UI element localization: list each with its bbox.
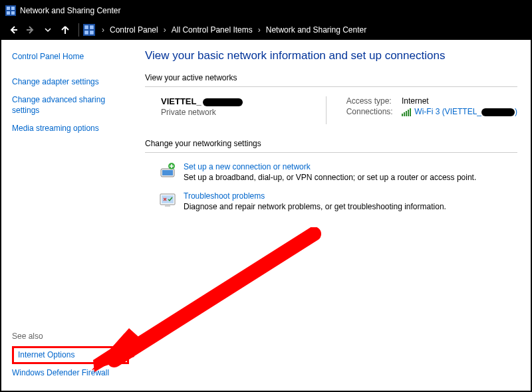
svg-rect-8	[84, 25, 88, 29]
see-also-internet-options[interactable]: Internet Options	[18, 350, 123, 361]
connection-link[interactable]: Wi-Fi 3 (VIETTEL_)	[414, 107, 517, 116]
svg-rect-9	[90, 25, 94, 29]
svg-rect-10	[84, 31, 88, 35]
svg-rect-14	[406, 111, 407, 116]
svg-rect-18	[162, 170, 173, 175]
up-button[interactable]	[57, 22, 73, 38]
svg-rect-4	[11, 11, 15, 15]
title-bar: Network and Sharing Center	[1, 1, 531, 20]
svg-rect-2	[11, 7, 15, 10]
svg-rect-21	[162, 195, 174, 203]
section-change-settings-title: Change your networking settings	[145, 139, 517, 148]
svg-rect-13	[404, 112, 405, 116]
recent-dropdown-button[interactable]	[40, 22, 56, 38]
page-heading: View your basic network information and …	[145, 49, 517, 62]
option-setup-connection[interactable]: Set up a new connection or network Set u…	[158, 162, 517, 182]
option-troubleshoot-link[interactable]: Troubleshoot problems	[184, 191, 265, 201]
active-network-row: VIETTEL_ Private network Access type: In…	[145, 96, 517, 124]
nav-bar: › Control Panel › All Control Panel Item…	[1, 20, 531, 40]
setup-connection-icon	[158, 162, 177, 181]
redacted-text	[481, 108, 515, 116]
network-name: VIETTEL_	[161, 96, 243, 106]
see-also-firewall[interactable]: Windows Defender Firewall	[12, 368, 129, 379]
access-type-value: Internet	[402, 96, 429, 106]
breadcrumb[interactable]: › Control Panel › All Control Panel Item…	[83, 24, 527, 36]
sidebar-link-media[interactable]: Media streaming options	[12, 124, 129, 134]
svg-rect-3	[7, 11, 10, 15]
window-title: Network and Sharing Center	[20, 6, 120, 15]
network-center-icon	[5, 5, 16, 16]
sidebar-link-adapter[interactable]: Change adapter settings	[12, 77, 129, 88]
sidebar: Control Panel Home Change adapter settin…	[1, 40, 138, 391]
breadcrumb-item-all-items[interactable]: All Control Panel Items	[169, 25, 255, 35]
troubleshoot-icon	[158, 191, 177, 210]
option-setup-desc: Set up a broadband, dial-up, or VPN conn…	[184, 173, 476, 182]
option-setup-link[interactable]: Set up a new connection or network	[184, 162, 311, 171]
section-active-networks-title: View your active networks	[145, 73, 517, 82]
breadcrumb-item-network-center[interactable]: Network and Sharing Center	[263, 25, 369, 35]
breadcrumb-item-control-panel[interactable]: Control Panel	[107, 25, 161, 35]
chevron-right-icon: ›	[255, 25, 263, 35]
forward-button[interactable]	[23, 22, 39, 38]
network-type: Private network	[161, 108, 243, 117]
wifi-signal-icon	[402, 108, 411, 116]
svg-rect-16	[410, 108, 411, 116]
sidebar-home-link[interactable]: Control Panel Home	[12, 52, 129, 62]
svg-rect-11	[90, 31, 94, 35]
see-also-label: See also	[12, 332, 129, 341]
chevron-right-icon: ›	[161, 25, 169, 35]
redacted-text	[203, 98, 243, 106]
access-type-label: Access type:	[346, 96, 400, 106]
connections-label: Connections:	[346, 107, 400, 116]
option-troubleshoot-desc: Diagnose and repair network problems, or…	[184, 202, 446, 211]
option-troubleshoot[interactable]: Troubleshoot problems Diagnose and repai…	[158, 191, 517, 211]
sidebar-link-advanced[interactable]: Change advanced sharing settings	[12, 95, 129, 116]
svg-rect-12	[402, 114, 403, 116]
chevron-right-icon: ›	[99, 25, 107, 35]
network-center-icon	[83, 24, 95, 36]
back-button[interactable]	[5, 22, 21, 38]
main-content: View your basic network information and …	[138, 40, 531, 391]
svg-rect-1	[7, 7, 10, 10]
svg-rect-15	[408, 110, 409, 116]
annotation-highlight-box: Internet Options	[12, 346, 129, 365]
svg-rect-22	[165, 205, 170, 207]
